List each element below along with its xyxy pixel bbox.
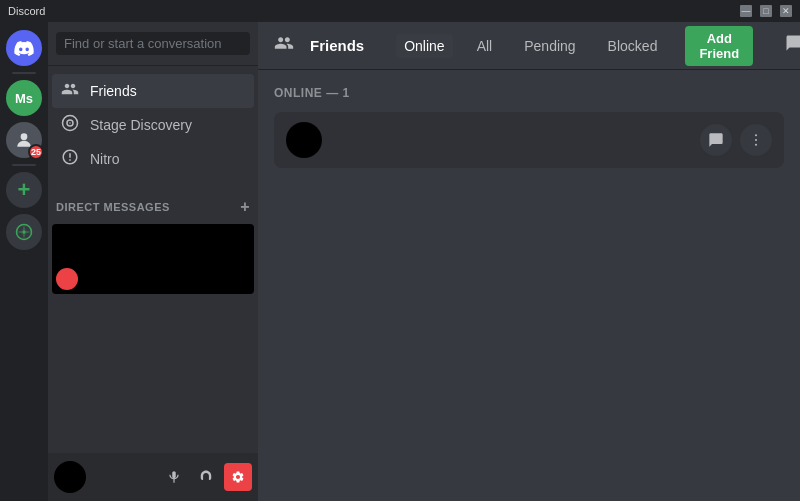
- titlebar-title: Discord: [8, 5, 45, 17]
- app-body: Ms 25 +: [0, 22, 800, 501]
- tab-all[interactable]: All: [469, 34, 501, 58]
- mic-icon[interactable]: [160, 463, 188, 491]
- svg-point-0: [21, 133, 28, 140]
- friend-item[interactable]: [274, 112, 784, 168]
- server-icon-user[interactable]: 25: [6, 122, 42, 158]
- channel-sidebar: Friends Stage Discovery: [48, 22, 258, 501]
- tab-online[interactable]: Online: [396, 34, 452, 58]
- dm-item[interactable]: [52, 224, 254, 294]
- notification-badge: 25: [28, 144, 44, 160]
- nav-items: Friends Stage Discovery: [48, 66, 258, 184]
- add-server-icon[interactable]: +: [6, 172, 42, 208]
- add-friend-button[interactable]: Add Friend: [685, 26, 753, 66]
- explore-icon[interactable]: [6, 214, 42, 250]
- discord-home-icon[interactable]: [6, 30, 42, 66]
- titlebar: Discord — □ ✕: [0, 0, 800, 22]
- friends-header: Friends Online All Pending Blocked Add F…: [258, 22, 800, 70]
- user-avatar: [54, 461, 86, 493]
- svg-point-6: [69, 122, 71, 124]
- svg-point-8: [755, 139, 757, 141]
- search-input[interactable]: [56, 32, 250, 55]
- headset-icon[interactable]: [192, 463, 220, 491]
- friends-content: ONLINE — 1: [258, 70, 800, 501]
- chat-icon[interactable]: [785, 34, 800, 57]
- dm-avatar: [56, 268, 78, 290]
- tab-blocked[interactable]: Blocked: [600, 34, 666, 58]
- user-panel: [48, 453, 258, 501]
- nav-item-friends-label: Friends: [90, 83, 137, 99]
- tab-pending[interactable]: Pending: [516, 34, 583, 58]
- server-divider: [12, 72, 36, 74]
- more-options-friend-button[interactable]: [740, 124, 772, 156]
- search-bar: [48, 22, 258, 66]
- header-actions: [785, 34, 800, 57]
- nitro-icon: [60, 148, 80, 170]
- friend-avatar: [286, 122, 322, 158]
- minimize-button[interactable]: —: [740, 5, 752, 17]
- dm-list: [48, 220, 258, 453]
- add-dm-button[interactable]: +: [240, 198, 250, 216]
- main-content: Friends Online All Pending Blocked Add F…: [258, 22, 800, 501]
- friends-header-icon: [274, 33, 294, 58]
- svg-point-7: [755, 134, 757, 136]
- settings-icon[interactable]: [224, 463, 252, 491]
- server-divider-2: [12, 164, 36, 166]
- message-friend-button[interactable]: [700, 124, 732, 156]
- nav-item-friends[interactable]: Friends: [52, 74, 254, 108]
- close-button[interactable]: ✕: [780, 5, 792, 17]
- maximize-button[interactable]: □: [760, 5, 772, 17]
- titlebar-controls: — □ ✕: [740, 5, 792, 17]
- server-sidebar: Ms 25 +: [0, 22, 48, 501]
- nav-item-nitro-label: Nitro: [90, 151, 120, 167]
- nav-item-nitro[interactable]: Nitro: [52, 142, 254, 176]
- online-section-label: ONLINE — 1: [274, 86, 784, 100]
- direct-messages-label: DIRECT MESSAGES: [56, 201, 170, 213]
- direct-messages-header: DIRECT MESSAGES +: [48, 184, 258, 220]
- nav-item-stage-discovery[interactable]: Stage Discovery: [52, 108, 254, 142]
- friends-icon: [60, 80, 80, 102]
- stage-discovery-icon: [60, 114, 80, 136]
- server-icon-ms[interactable]: Ms: [6, 80, 42, 116]
- svg-point-3: [23, 231, 26, 234]
- user-panel-controls: [160, 463, 252, 491]
- friend-actions: [700, 124, 772, 156]
- nav-item-stage-discovery-label: Stage Discovery: [90, 117, 192, 133]
- svg-point-9: [755, 144, 757, 146]
- friends-title: Friends: [310, 37, 364, 54]
